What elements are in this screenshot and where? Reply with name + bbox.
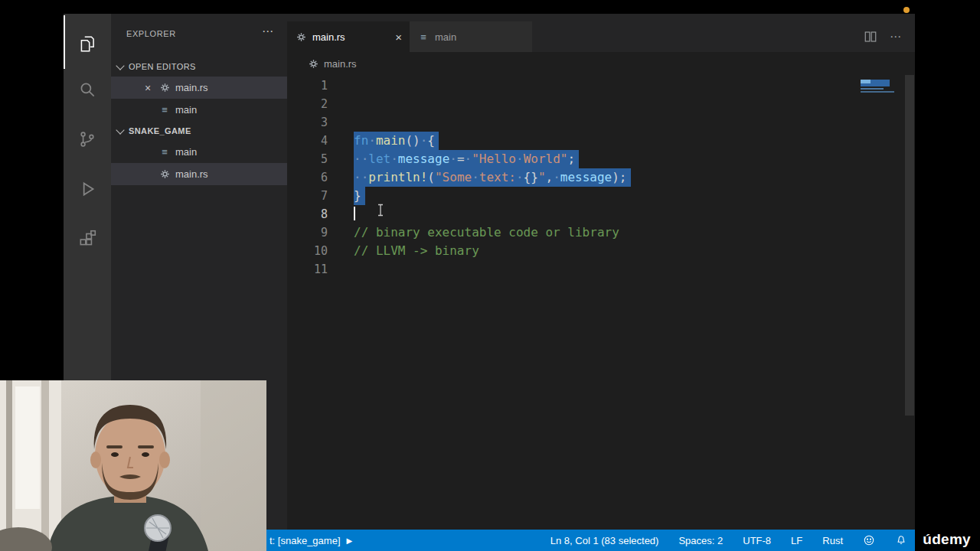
text-cursor bbox=[354, 207, 355, 220]
line-number[interactable]: 3 bbox=[287, 113, 328, 132]
more-actions-icon[interactable]: ⋯ bbox=[890, 30, 901, 44]
selection-highlight: fn·main()·{ bbox=[354, 132, 439, 150]
editor-scrollbar[interactable] bbox=[904, 75, 915, 530]
code-editor[interactable]: 1234567891011 fn·main()·{··let·message·=… bbox=[287, 75, 915, 530]
udemy-watermark: údemy bbox=[923, 531, 971, 548]
code-line-3[interactable] bbox=[354, 113, 854, 132]
file-item-main.rs[interactable]: ×main.rs bbox=[111, 77, 287, 99]
file-icon: ≡ bbox=[158, 104, 171, 116]
breadcrumb: main.rs bbox=[287, 52, 915, 75]
search-icon[interactable] bbox=[64, 71, 111, 108]
file-item-main.rs[interactable]: main.rs bbox=[111, 163, 287, 185]
workspace-section-header[interactable]: SNAKE_GAME bbox=[111, 121, 287, 141]
rust-file-icon bbox=[295, 32, 307, 42]
webcam-overlay bbox=[0, 380, 266, 551]
line-number[interactable]: 8 bbox=[287, 205, 328, 223]
editor-tab-bar: main.rs×≡main ⋯ bbox=[287, 14, 915, 52]
explorer-icon[interactable] bbox=[64, 25, 111, 62]
line-number[interactable]: 7 bbox=[287, 187, 328, 205]
editor-actions: ⋯ bbox=[864, 21, 915, 52]
breadcrumb-item[interactable]: main.rs bbox=[324, 58, 357, 70]
status-item[interactable]: UTF-8 bbox=[743, 535, 771, 546]
explorer-title: EXPLORER bbox=[126, 29, 176, 38]
selection-highlight: ··println!("Some·text:·{}",·message); bbox=[354, 168, 631, 187]
selection-highlight: } bbox=[354, 187, 365, 205]
code-line-1[interactable] bbox=[354, 77, 854, 95]
chevron-down-icon bbox=[116, 61, 124, 70]
file-icon: ≡ bbox=[158, 146, 171, 158]
run-icon[interactable]: ▶ bbox=[347, 536, 353, 545]
minimap-line bbox=[861, 88, 884, 90]
extensions-icon[interactable] bbox=[64, 220, 111, 257]
section-label: SNAKE_GAME bbox=[129, 126, 191, 135]
line-number[interactable]: 11 bbox=[287, 260, 328, 279]
source-control-icon[interactable] bbox=[64, 121, 111, 158]
rust-file-icon bbox=[158, 169, 171, 179]
line-number-gutter[interactable]: 1234567891011 bbox=[287, 77, 328, 279]
status-item[interactable]: Spaces: 2 bbox=[678, 535, 723, 546]
rust-file-icon bbox=[307, 59, 319, 69]
open-editors-list: ×main.rs≡main bbox=[111, 77, 287, 121]
line-number[interactable]: 5 bbox=[287, 150, 328, 168]
minimap[interactable] bbox=[861, 78, 903, 109]
line-number[interactable]: 10 bbox=[287, 242, 328, 260]
minimap-highlight bbox=[861, 80, 871, 83]
code-line-8[interactable] bbox=[354, 205, 854, 223]
file-label: main.rs bbox=[175, 168, 208, 180]
tabs: main.rs×≡main bbox=[287, 21, 532, 52]
status-left[interactable]: t: [snake_game] ▶ bbox=[270, 535, 352, 546]
status-right: Ln 8, Col 1 (83 selected)Spaces: 2UTF-8L… bbox=[550, 534, 915, 546]
chevron-down-icon bbox=[116, 126, 124, 134]
explorer-more-actions-icon[interactable]: ⋯ bbox=[262, 24, 273, 38]
code-line-7[interactable]: } bbox=[354, 187, 854, 205]
close-file-icon[interactable]: × bbox=[142, 82, 154, 94]
code-line-2[interactable] bbox=[354, 95, 854, 113]
file-label: main bbox=[175, 104, 197, 116]
file-label: main bbox=[175, 146, 197, 158]
open-editors-section-header[interactable]: OPEN EDITORS bbox=[111, 57, 287, 77]
line-number[interactable]: 2 bbox=[287, 95, 328, 113]
line-number[interactable]: 1 bbox=[287, 77, 328, 95]
code-line-11[interactable] bbox=[354, 260, 854, 279]
run-debug-icon[interactable] bbox=[64, 171, 111, 207]
selection-highlight: ··let·message·=·"Hello·World"; bbox=[354, 150, 579, 168]
file-icon: ≡ bbox=[417, 31, 430, 43]
file-item-main[interactable]: ≡main bbox=[111, 141, 287, 163]
code-line-10[interactable]: // LLVM -> binary bbox=[354, 242, 854, 260]
tab-main.rs[interactable]: main.rs× bbox=[287, 21, 410, 52]
tab-label: main.rs bbox=[312, 31, 390, 43]
code-line-9[interactable]: // binary executable code or library bbox=[354, 223, 854, 242]
code-line-4[interactable]: fn·main()·{ bbox=[354, 132, 854, 150]
code-lines[interactable]: fn·main()·{··let·message·=·"Hello·World"… bbox=[354, 77, 854, 279]
file-item-main[interactable]: ≡main bbox=[111, 99, 287, 121]
file-label: main.rs bbox=[175, 82, 208, 93]
mouse-ibeam-cursor bbox=[377, 204, 384, 220]
feedback-smiley-icon[interactable] bbox=[863, 534, 875, 546]
line-number[interactable]: 6 bbox=[287, 168, 328, 187]
code-line-5[interactable]: ··let·message·=·"Hello·World"; bbox=[354, 150, 854, 168]
status-item[interactable]: Ln 8, Col 1 (83 selected) bbox=[550, 535, 659, 546]
status-item[interactable]: LF bbox=[791, 535, 802, 546]
presenter-video bbox=[0, 380, 266, 551]
notifications-bell-icon[interactable] bbox=[895, 534, 907, 546]
minimap-line bbox=[861, 91, 894, 93]
scrollbar-thumb[interactable] bbox=[905, 75, 914, 416]
workspace-file-list: ≡mainmain.rs bbox=[111, 141, 287, 185]
task-label: t: [snake_game] bbox=[270, 535, 341, 546]
section-label: OPEN EDITORS bbox=[129, 62, 196, 71]
status-items: Ln 8, Col 1 (83 selected)Spaces: 2UTF-8L… bbox=[550, 535, 843, 546]
recording-indicator-dot bbox=[903, 7, 910, 13]
tab-main[interactable]: ≡main bbox=[410, 21, 532, 52]
status-item[interactable]: Rust bbox=[822, 535, 843, 546]
line-number[interactable]: 9 bbox=[287, 223, 328, 242]
screen: EXPLORER ⋯ OPEN EDITORS ×main.rs≡main SN… bbox=[0, 0, 980, 551]
code-line-6[interactable]: ··println!("Some·text:·{}",·message); bbox=[354, 168, 854, 187]
tab-label: main bbox=[435, 31, 524, 43]
rust-file-icon bbox=[158, 83, 171, 93]
split-editor-icon[interactable] bbox=[864, 30, 877, 44]
tab-close-icon[interactable]: × bbox=[395, 31, 402, 44]
line-number[interactable]: 4 bbox=[287, 132, 328, 150]
